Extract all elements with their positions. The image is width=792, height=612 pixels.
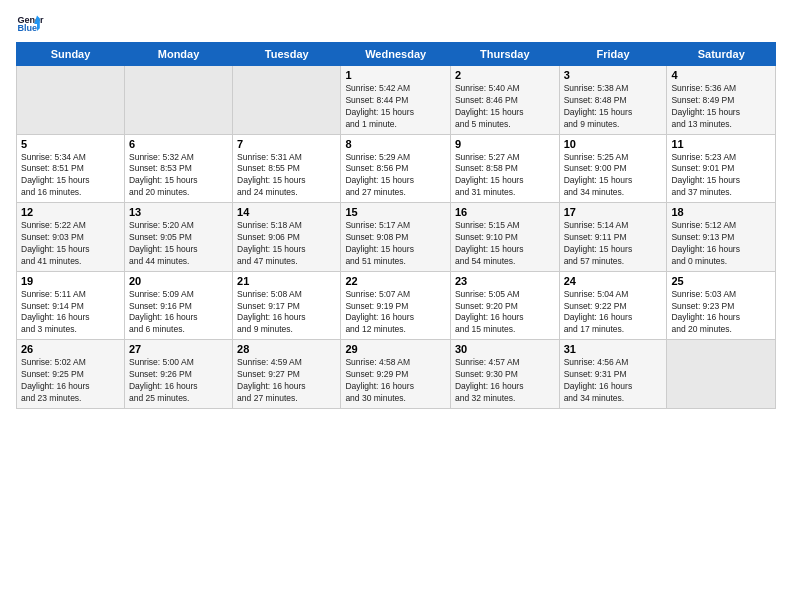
calendar-cell: 4Sunrise: 5:36 AM Sunset: 8:49 PM Daylig… xyxy=(667,66,776,135)
calendar-cell: 12Sunrise: 5:22 AM Sunset: 9:03 PM Dayli… xyxy=(17,203,125,272)
day-number: 17 xyxy=(564,206,663,218)
calendar-cell: 16Sunrise: 5:15 AM Sunset: 9:10 PM Dayli… xyxy=(450,203,559,272)
day-info: Sunrise: 5:34 AM Sunset: 8:51 PM Dayligh… xyxy=(21,152,120,200)
week-row-3: 12Sunrise: 5:22 AM Sunset: 9:03 PM Dayli… xyxy=(17,203,776,272)
day-info: Sunrise: 5:20 AM Sunset: 9:05 PM Dayligh… xyxy=(129,220,228,268)
calendar-cell: 1Sunrise: 5:42 AM Sunset: 8:44 PM Daylig… xyxy=(341,66,451,135)
week-row-4: 19Sunrise: 5:11 AM Sunset: 9:14 PM Dayli… xyxy=(17,271,776,340)
day-info: Sunrise: 5:27 AM Sunset: 8:58 PM Dayligh… xyxy=(455,152,555,200)
calendar-cell xyxy=(17,66,125,135)
calendar-cell: 29Sunrise: 4:58 AM Sunset: 9:29 PM Dayli… xyxy=(341,340,451,409)
col-header-tuesday: Tuesday xyxy=(233,43,341,66)
col-header-wednesday: Wednesday xyxy=(341,43,451,66)
week-row-5: 26Sunrise: 5:02 AM Sunset: 9:25 PM Dayli… xyxy=(17,340,776,409)
day-number: 10 xyxy=(564,138,663,150)
day-info: Sunrise: 5:29 AM Sunset: 8:56 PM Dayligh… xyxy=(345,152,446,200)
day-info: Sunrise: 4:58 AM Sunset: 9:29 PM Dayligh… xyxy=(345,357,446,405)
calendar-cell: 6Sunrise: 5:32 AM Sunset: 8:53 PM Daylig… xyxy=(124,134,232,203)
calendar-cell: 11Sunrise: 5:23 AM Sunset: 9:01 PM Dayli… xyxy=(667,134,776,203)
day-info: Sunrise: 5:03 AM Sunset: 9:23 PM Dayligh… xyxy=(671,289,771,337)
calendar-cell: 9Sunrise: 5:27 AM Sunset: 8:58 PM Daylig… xyxy=(450,134,559,203)
day-info: Sunrise: 5:38 AM Sunset: 8:48 PM Dayligh… xyxy=(564,83,663,131)
col-header-monday: Monday xyxy=(124,43,232,66)
col-header-saturday: Saturday xyxy=(667,43,776,66)
calendar-cell: 15Sunrise: 5:17 AM Sunset: 9:08 PM Dayli… xyxy=(341,203,451,272)
calendar-cell: 27Sunrise: 5:00 AM Sunset: 9:26 PM Dayli… xyxy=(124,340,232,409)
day-number: 9 xyxy=(455,138,555,150)
day-info: Sunrise: 4:57 AM Sunset: 9:30 PM Dayligh… xyxy=(455,357,555,405)
day-info: Sunrise: 5:32 AM Sunset: 8:53 PM Dayligh… xyxy=(129,152,228,200)
calendar-cell: 5Sunrise: 5:34 AM Sunset: 8:51 PM Daylig… xyxy=(17,134,125,203)
calendar-cell: 28Sunrise: 4:59 AM Sunset: 9:27 PM Dayli… xyxy=(233,340,341,409)
calendar-cell: 23Sunrise: 5:05 AM Sunset: 9:20 PM Dayli… xyxy=(450,271,559,340)
calendar-cell: 14Sunrise: 5:18 AM Sunset: 9:06 PM Dayli… xyxy=(233,203,341,272)
day-number: 16 xyxy=(455,206,555,218)
days-header-row: SundayMondayTuesdayWednesdayThursdayFrid… xyxy=(17,43,776,66)
calendar-cell: 3Sunrise: 5:38 AM Sunset: 8:48 PM Daylig… xyxy=(559,66,667,135)
day-info: Sunrise: 5:25 AM Sunset: 9:00 PM Dayligh… xyxy=(564,152,663,200)
col-header-thursday: Thursday xyxy=(450,43,559,66)
day-info: Sunrise: 4:59 AM Sunset: 9:27 PM Dayligh… xyxy=(237,357,336,405)
svg-text:Blue: Blue xyxy=(17,23,37,33)
day-number: 3 xyxy=(564,69,663,81)
day-info: Sunrise: 5:42 AM Sunset: 8:44 PM Dayligh… xyxy=(345,83,446,131)
day-info: Sunrise: 5:22 AM Sunset: 9:03 PM Dayligh… xyxy=(21,220,120,268)
day-number: 28 xyxy=(237,343,336,355)
day-number: 1 xyxy=(345,69,446,81)
day-number: 26 xyxy=(21,343,120,355)
calendar-cell: 20Sunrise: 5:09 AM Sunset: 9:16 PM Dayli… xyxy=(124,271,232,340)
calendar-cell: 24Sunrise: 5:04 AM Sunset: 9:22 PM Dayli… xyxy=(559,271,667,340)
day-info: Sunrise: 5:17 AM Sunset: 9:08 PM Dayligh… xyxy=(345,220,446,268)
day-info: Sunrise: 5:09 AM Sunset: 9:16 PM Dayligh… xyxy=(129,289,228,337)
day-number: 13 xyxy=(129,206,228,218)
day-info: Sunrise: 5:02 AM Sunset: 9:25 PM Dayligh… xyxy=(21,357,120,405)
day-info: Sunrise: 5:14 AM Sunset: 9:11 PM Dayligh… xyxy=(564,220,663,268)
day-info: Sunrise: 5:12 AM Sunset: 9:13 PM Dayligh… xyxy=(671,220,771,268)
logo: General Blue xyxy=(16,10,48,38)
calendar-cell xyxy=(667,340,776,409)
day-info: Sunrise: 5:07 AM Sunset: 9:19 PM Dayligh… xyxy=(345,289,446,337)
day-info: Sunrise: 5:15 AM Sunset: 9:10 PM Dayligh… xyxy=(455,220,555,268)
calendar-cell: 8Sunrise: 5:29 AM Sunset: 8:56 PM Daylig… xyxy=(341,134,451,203)
calendar-cell: 30Sunrise: 4:57 AM Sunset: 9:30 PM Dayli… xyxy=(450,340,559,409)
day-number: 5 xyxy=(21,138,120,150)
day-info: Sunrise: 5:04 AM Sunset: 9:22 PM Dayligh… xyxy=(564,289,663,337)
calendar-cell: 19Sunrise: 5:11 AM Sunset: 9:14 PM Dayli… xyxy=(17,271,125,340)
logo-icon: General Blue xyxy=(16,10,44,38)
day-number: 25 xyxy=(671,275,771,287)
day-number: 11 xyxy=(671,138,771,150)
week-row-2: 5Sunrise: 5:34 AM Sunset: 8:51 PM Daylig… xyxy=(17,134,776,203)
day-number: 14 xyxy=(237,206,336,218)
calendar-cell xyxy=(233,66,341,135)
day-number: 6 xyxy=(129,138,228,150)
day-number: 21 xyxy=(237,275,336,287)
calendar-cell: 22Sunrise: 5:07 AM Sunset: 9:19 PM Dayli… xyxy=(341,271,451,340)
calendar-cell: 18Sunrise: 5:12 AM Sunset: 9:13 PM Dayli… xyxy=(667,203,776,272)
header: General Blue xyxy=(16,10,776,38)
day-info: Sunrise: 5:36 AM Sunset: 8:49 PM Dayligh… xyxy=(671,83,771,131)
day-info: Sunrise: 5:40 AM Sunset: 8:46 PM Dayligh… xyxy=(455,83,555,131)
week-row-1: 1Sunrise: 5:42 AM Sunset: 8:44 PM Daylig… xyxy=(17,66,776,135)
calendar-cell: 7Sunrise: 5:31 AM Sunset: 8:55 PM Daylig… xyxy=(233,134,341,203)
calendar-cell: 31Sunrise: 4:56 AM Sunset: 9:31 PM Dayli… xyxy=(559,340,667,409)
calendar-cell xyxy=(124,66,232,135)
col-header-sunday: Sunday xyxy=(17,43,125,66)
day-info: Sunrise: 5:00 AM Sunset: 9:26 PM Dayligh… xyxy=(129,357,228,405)
day-info: Sunrise: 5:18 AM Sunset: 9:06 PM Dayligh… xyxy=(237,220,336,268)
day-number: 29 xyxy=(345,343,446,355)
day-info: Sunrise: 5:11 AM Sunset: 9:14 PM Dayligh… xyxy=(21,289,120,337)
day-number: 2 xyxy=(455,69,555,81)
calendar-cell: 2Sunrise: 5:40 AM Sunset: 8:46 PM Daylig… xyxy=(450,66,559,135)
day-info: Sunrise: 5:23 AM Sunset: 9:01 PM Dayligh… xyxy=(671,152,771,200)
page: General Blue SundayMondayTuesdayWednesda… xyxy=(0,0,792,419)
day-info: Sunrise: 5:08 AM Sunset: 9:17 PM Dayligh… xyxy=(237,289,336,337)
calendar-cell: 26Sunrise: 5:02 AM Sunset: 9:25 PM Dayli… xyxy=(17,340,125,409)
calendar-cell: 13Sunrise: 5:20 AM Sunset: 9:05 PM Dayli… xyxy=(124,203,232,272)
day-number: 19 xyxy=(21,275,120,287)
day-number: 12 xyxy=(21,206,120,218)
day-info: Sunrise: 5:31 AM Sunset: 8:55 PM Dayligh… xyxy=(237,152,336,200)
day-info: Sunrise: 5:05 AM Sunset: 9:20 PM Dayligh… xyxy=(455,289,555,337)
day-number: 20 xyxy=(129,275,228,287)
day-info: Sunrise: 4:56 AM Sunset: 9:31 PM Dayligh… xyxy=(564,357,663,405)
col-header-friday: Friday xyxy=(559,43,667,66)
